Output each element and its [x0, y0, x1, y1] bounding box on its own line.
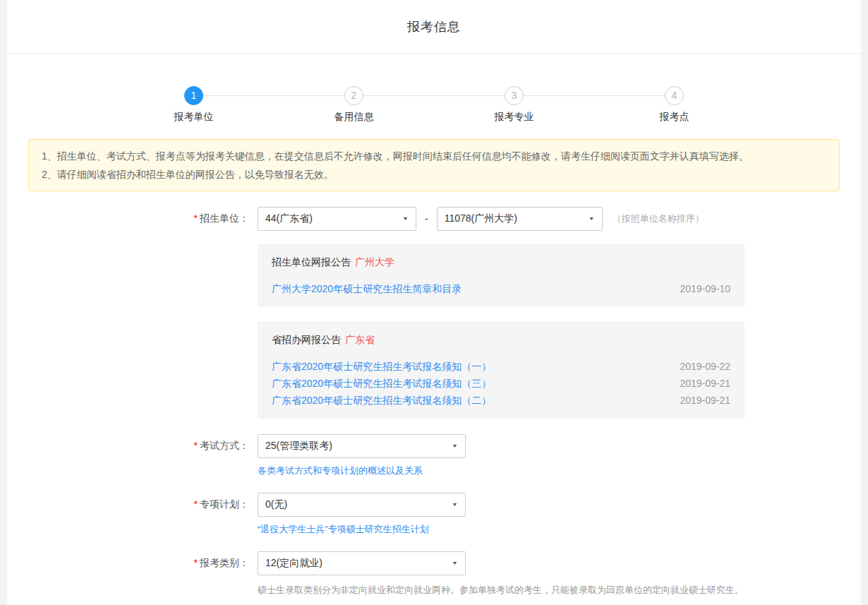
page-title: 报考信息	[407, 18, 461, 35]
unit-notice-highlight: 广州大学	[355, 256, 394, 268]
list-item: 广东省2020年硕士研究生招生考试报名须知（一） 2019-09-22	[272, 359, 730, 373]
province-notice-date-1: 2019-09-22	[680, 359, 730, 373]
school-select-value: 11078(广州大学)	[445, 212, 517, 225]
chevron-down-icon: ▼	[452, 502, 458, 508]
special-plan-help-row: “退役大学生士兵”专项硕士研究生招生计划	[258, 523, 861, 536]
list-item: 广东省2020年硕士研究生招生考试报名须知（三） 2019-09-21	[272, 376, 730, 390]
special-plan-row: *专项计划： 0(无) ▼	[7, 493, 861, 517]
application-form: *招生单位： 44(广东省) ▼ - 11078(广州大学) ▼ （按照单位名称…	[7, 207, 861, 605]
list-item: 广东省2020年硕士研究生招生考试报名须知（二） 2019-09-21	[272, 393, 730, 407]
required-mark: *	[194, 498, 198, 510]
exam-method-help-link[interactable]: 各类考试方式和专项计划的概述以及关系	[258, 465, 423, 476]
special-plan-help-link[interactable]: “退役大学生士兵”专项硕士研究生招生计划	[258, 524, 429, 534]
province-notice-date-2: 2019-09-21	[680, 376, 730, 390]
separator-dash: -	[425, 213, 428, 224]
chevron-down-icon: ▼	[402, 216, 409, 222]
chevron-down-icon: ▼	[589, 216, 595, 222]
province-notice-title: 省招办网报公告广东省	[272, 333, 730, 347]
category-help-text: 硕士生录取类别分为非定向就业和定向就业两种。参加单独考试的考生，只能被录取为回原…	[258, 584, 861, 597]
unit-row: *招生单位： 44(广东省) ▼ - 11078(广州大学) ▼ （按照单位名称…	[7, 207, 861, 231]
province-notice-highlight: 广东省	[345, 334, 375, 345]
exam-method-label: *考试方式：	[7, 440, 258, 453]
school-select[interactable]: 11078(广州大学) ▼	[437, 207, 603, 231]
special-plan-select[interactable]: 0(无) ▼	[258, 493, 466, 517]
province-notice-panel: 省招办网报公告广东省 广东省2020年硕士研究生招生考试报名须知（一） 2019…	[258, 321, 745, 419]
province-notice-link-3[interactable]: 广东省2020年硕士研究生招生考试报名须知（二）	[272, 393, 491, 407]
province-select-value: 44(广东省)	[265, 212, 313, 225]
step-1-circle: 1	[184, 86, 203, 105]
province-notice-link-2[interactable]: 广东省2020年硕士研究生招生考试报名须知（三）	[272, 376, 491, 390]
special-plan-select-value: 0(无)	[265, 498, 287, 511]
notice-box: 1、招生单位、考试方式、报考点等为报考关键信息，在提交信息后不允许修改，网报时间…	[28, 139, 840, 191]
province-notice-link-1[interactable]: 广东省2020年硕士研究生招生考试报名须知（一）	[272, 359, 491, 373]
step-2-label: 备用信息	[274, 111, 434, 124]
category-label: *报考类别：	[7, 557, 258, 570]
required-mark: *	[194, 440, 198, 451]
category-row: *报考类别： 12(定向就业) ▼	[7, 551, 861, 575]
notice-line-1: 1、招生单位、考试方式、报考点等为报考关键信息，在提交信息后不允许修改，网报时间…	[42, 147, 826, 165]
exam-method-row: *考试方式： 25(管理类联考) ▼	[7, 434, 861, 458]
notice-line-2: 2、请仔细阅读省招办和招生单位的网报公告，以免导致报名无效。	[42, 165, 826, 184]
special-plan-label: *专项计划：	[7, 498, 258, 511]
exam-method-select[interactable]: 25(管理类联考) ▼	[258, 434, 466, 458]
list-item: 广州大学2020年硕士研究生招生简章和目录 2019-09-10	[272, 282, 730, 296]
step-1-unit: 1 报考单位	[114, 86, 274, 125]
step-4-circle: 4	[665, 86, 684, 105]
unit-label: *招生单位：	[7, 212, 258, 225]
unit-notice-link-1[interactable]: 广州大学2020年硕士研究生招生简章和目录	[272, 282, 462, 296]
unit-notice-title: 招生单位网报公告广州大学	[272, 255, 730, 269]
chevron-down-icon: ▼	[452, 443, 458, 449]
chevron-down-icon: ▼	[452, 561, 458, 566]
unit-notice-date-1: 2019-09-10	[680, 282, 730, 296]
step-3-label: 报考专业	[434, 111, 594, 124]
exam-method-select-value: 25(管理类联考)	[265, 440, 332, 453]
province-notice-date-3: 2019-09-21	[680, 393, 730, 407]
province-select[interactable]: 44(广东省) ▼	[258, 207, 416, 231]
step-indicator: 1 报考单位 2 备用信息 3 报考专业 4 报考点	[114, 86, 754, 125]
page-container: 报考信息 1 报考单位 2 备用信息 3 报考专业 4 报考点 1、招生单位、考…	[7, 0, 861, 605]
step-1-label: 报考单位	[114, 111, 274, 124]
step-2-backup-info: 2 备用信息	[274, 86, 434, 125]
required-mark: *	[194, 557, 198, 568]
unit-notice-panel: 招生单位网报公告广州大学 广州大学2020年硕士研究生招生简章和目录 2019-…	[258, 244, 745, 307]
step-2-circle: 2	[344, 86, 363, 105]
step-4-label: 报考点	[594, 111, 754, 124]
page-header: 报考信息	[7, 0, 861, 54]
category-select-value: 12(定向就业)	[265, 557, 323, 570]
step-3-circle: 3	[505, 86, 524, 105]
step-3-major: 3 报考专业	[434, 86, 594, 125]
required-mark: *	[194, 212, 198, 224]
unit-sort-hint: （按照单位名称排序）	[613, 212, 704, 225]
category-select[interactable]: 12(定向就业) ▼	[258, 551, 466, 575]
exam-method-help-row: 各类考试方式和专项计划的概述以及关系	[258, 465, 861, 477]
step-4-exam-point: 4 报考点	[594, 86, 754, 125]
